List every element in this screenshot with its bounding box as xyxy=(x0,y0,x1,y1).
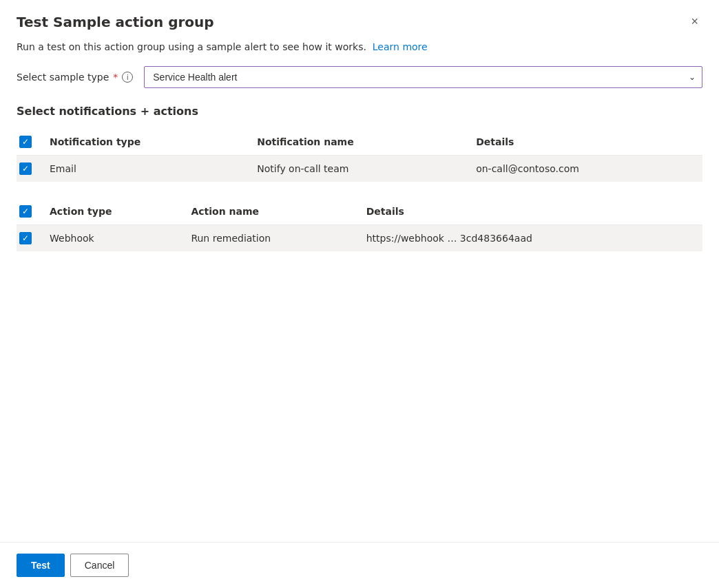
notifications-table: ✓ Notification type Notification name De… xyxy=(17,129,702,182)
actions-header-row: ✓ Action type Action name Details xyxy=(17,198,702,225)
notifications-details-header: Details xyxy=(470,129,702,156)
section-title: Select notifications + actions xyxy=(17,105,702,118)
description-row: Run a test on this action group using a … xyxy=(17,41,702,52)
action-checkbox-cell[interactable]: ✓ xyxy=(17,225,44,252)
notification-name-cell[interactable]: Notify on-call team xyxy=(251,156,470,182)
dialog-body: Run a test on this action group using a … xyxy=(0,41,719,542)
actions-name-header: Action name xyxy=(185,198,360,225)
actions-type-header: Action type xyxy=(44,198,185,225)
notification-checkbox-cell[interactable]: ✓ xyxy=(17,156,44,182)
notifications-check-header[interactable]: ✓ xyxy=(17,129,44,156)
close-button[interactable]: × xyxy=(687,14,702,29)
notification-type-cell: Email xyxy=(44,156,251,182)
test-button[interactable]: Test xyxy=(17,554,65,577)
notifications-name-header: Notification name xyxy=(251,129,470,156)
test-sample-action-group-dialog: Test Sample action group × Run a test on… xyxy=(0,0,719,588)
cancel-button[interactable]: Cancel xyxy=(70,554,129,577)
dialog-footer: Test Cancel xyxy=(0,542,719,588)
required-star: * xyxy=(113,72,118,83)
actions-section: ✓ Action type Action name Details ✓ xyxy=(17,198,702,251)
info-icon[interactable]: i xyxy=(122,72,133,83)
notifications-section: ✓ Notification type Notification name De… xyxy=(17,129,702,182)
description-text: Run a test on this action group using a … xyxy=(17,41,366,52)
notifications-header-row: ✓ Notification type Notification name De… xyxy=(17,129,702,156)
sample-type-select[interactable]: Service Health alert Metric alert Log al… xyxy=(144,66,702,88)
action-details-cell: https://webhook … 3cd483664aad xyxy=(361,225,702,252)
actions-table: ✓ Action type Action name Details ✓ xyxy=(17,198,702,251)
sample-type-select-wrapper: Service Health alert Metric alert Log al… xyxy=(144,66,702,88)
dialog-title: Test Sample action group xyxy=(17,14,214,30)
learn-more-link[interactable]: Learn more xyxy=(373,41,428,52)
actions-details-header: Details xyxy=(361,198,702,225)
sample-type-label: Select sample type * i xyxy=(17,72,133,83)
actions-check-header[interactable]: ✓ xyxy=(17,198,44,225)
notifications-type-header: Notification type xyxy=(44,129,251,156)
sample-type-row: Select sample type * i Service Health al… xyxy=(17,66,702,88)
action-name-cell[interactable]: Run remediation xyxy=(185,225,360,252)
action-row: ✓ Webhook Run remediation https://webhoo… xyxy=(17,225,702,252)
action-type-cell: Webhook xyxy=(44,225,185,252)
notification-row: ✓ Email Notify on-call team on-call@cont… xyxy=(17,156,702,182)
notification-details-cell: on-call@contoso.com xyxy=(470,156,702,182)
dialog-header: Test Sample action group × xyxy=(0,0,719,41)
